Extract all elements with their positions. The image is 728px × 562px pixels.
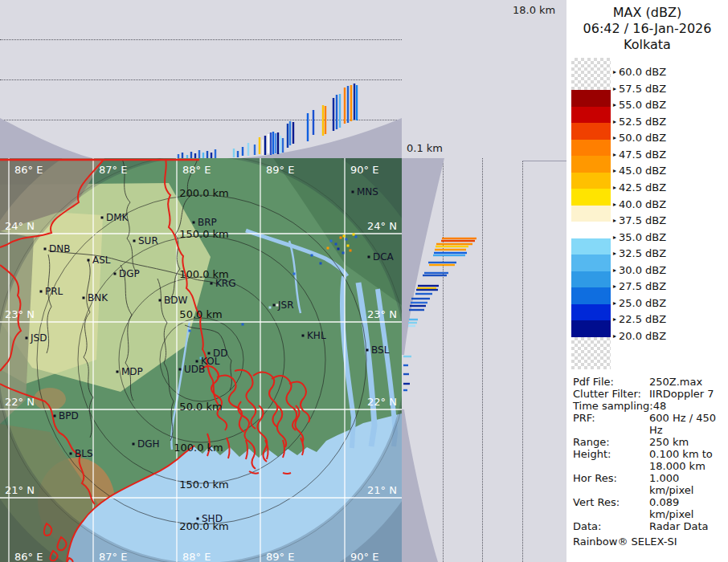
- city-marker: [83, 297, 85, 299]
- top-profile-canvas: [0, 0, 402, 158]
- scale-tick-icon: ▸: [613, 101, 616, 108]
- metadata-row: Height:0.100 km to 18.000 km: [573, 448, 726, 472]
- city-label: BNK: [88, 292, 108, 303]
- city-label: DNB: [49, 243, 70, 255]
- echo-height-bar: [433, 255, 465, 256]
- dbz-color-band: [571, 304, 611, 321]
- echo-height-bar: [237, 151, 239, 157]
- scale-tick-icon: ▸: [613, 184, 616, 191]
- city-label: JSD: [30, 332, 47, 344]
- dbz-scale-label: ▸47.5 dBZ: [613, 149, 666, 161]
- longitude-label: 86° E: [14, 551, 43, 562]
- radar-echo: [353, 234, 355, 236]
- radar-echo: [335, 243, 337, 246]
- city-marker: [114, 273, 117, 275]
- echo-height-bar: [441, 240, 475, 242]
- latitude-label: 23° N: [5, 308, 35, 320]
- dbz-color-band: [571, 90, 611, 107]
- echo-height-bar: [268, 134, 269, 153]
- echo-height-bar: [347, 86, 349, 123]
- echo-height-bar: [416, 289, 438, 291]
- radar-echo: [346, 238, 348, 241]
- latitude-label: 22° N: [5, 396, 35, 408]
- metadata-row: Clutter Filter:IIRDoppler 7: [573, 388, 726, 400]
- scale-tick-icon: ▸: [613, 85, 616, 92]
- panel-header: MAX (dBZ) 06:42 / 16-Jan-2026 Kolkata: [566, 5, 728, 53]
- dbz-color-band: [571, 140, 611, 157]
- city-label: BSL: [371, 344, 390, 356]
- echo-height-bar: [435, 249, 466, 250]
- latitude-label: 24° N: [5, 220, 35, 232]
- metadata-value: 600 Hz / 450 Hz: [649, 412, 726, 436]
- echo-height-bar: [409, 319, 418, 320]
- echo-height-bar: [409, 309, 424, 311]
- echo-height-bar: [442, 238, 476, 239]
- info-panel: MAX (dBZ) 06:42 / 16-Jan-2026 Kolkata ▸6…: [566, 0, 728, 562]
- city-marker: [366, 349, 369, 352]
- echo-height-bar: [436, 246, 468, 247]
- radar-echo: [350, 250, 352, 252]
- range-ring-label: 200.0 km: [179, 187, 229, 199]
- metadata-row: Vert Res:0.089 km/pixel: [573, 496, 726, 520]
- echo-height-bar: [307, 113, 309, 141]
- dbz-scale-label: ▸45.0 dBZ: [613, 165, 666, 177]
- echo-height-bar: [247, 143, 249, 156]
- city-marker: [368, 256, 370, 259]
- echo-height-bar: [408, 325, 415, 327]
- dbz-scale-label: ▸32.5 dBZ: [613, 248, 666, 259]
- radar-echo: [189, 330, 191, 332]
- echo-height-bar: [350, 85, 352, 121]
- metadata-row: Time sampling:48: [573, 400, 726, 412]
- echo-height-bar: [254, 145, 256, 155]
- echo-height-bar: [282, 138, 284, 153]
- dbz-color-scale: [571, 58, 611, 369]
- dbz-color-band: [571, 189, 611, 206]
- city-marker: [133, 240, 136, 242]
- radar-map: DMKBRPMNSSURDNBASLDGPKRGDCAPRLBNKBDWJSRJ…: [0, 158, 402, 562]
- radar-echo: [330, 240, 333, 242]
- city-label: BPD: [59, 410, 79, 422]
- range-ring-label: 150.0 km: [179, 479, 229, 491]
- radar-echo: [337, 248, 340, 250]
- echo-height-bar: [411, 298, 430, 299]
- echo-height-bar: [233, 149, 235, 157]
- echo-height-bar: [333, 98, 334, 131]
- metadata-label: Range:: [573, 436, 649, 448]
- dbz-color-band: [571, 156, 611, 173]
- dbz-color-band: [571, 222, 611, 238]
- dbz-scale-label: ▸35.0 dBZ: [613, 232, 666, 243]
- echo-height-bar: [215, 149, 216, 158]
- radar-echo: [269, 307, 272, 309]
- range-ring-label: 50.0 km: [179, 308, 222, 320]
- metadata-label: Vert Res:: [573, 496, 649, 520]
- echo-height-bar: [411, 302, 427, 303]
- echo-height-bar: [423, 275, 447, 276]
- metadata-row: Pdf File:250Z.max: [573, 376, 726, 388]
- city-marker: [208, 352, 211, 355]
- city-marker: [273, 304, 276, 307]
- echo-height-bar: [211, 153, 212, 158]
- city-marker: [133, 443, 135, 446]
- echo-height-bar: [403, 383, 410, 385]
- radar-echo: [293, 273, 296, 275]
- scale-tick-icon: ▸: [613, 250, 616, 257]
- city-label: DGH: [137, 438, 160, 450]
- metadata-label: Hor Res:: [573, 472, 649, 496]
- radar-echo: [242, 324, 244, 326]
- echo-height-bar: [325, 106, 326, 134]
- right-height-profile-strip: [402, 158, 566, 562]
- beam-shadow-wedge-left: [0, 118, 92, 158]
- echo-height-bar: [270, 132, 272, 155]
- longitude-label: 86° E: [14, 164, 43, 176]
- city-marker: [352, 191, 354, 193]
- echo-height-bar: [403, 364, 408, 366]
- radar-echo: [343, 235, 346, 238]
- metadata-value: IIRDoppler 7: [649, 388, 726, 400]
- scale-tick-icon: ▸: [613, 316, 616, 323]
- longitude-label: 90° E: [350, 551, 378, 562]
- dbz-scale-label: ▸37.5 dBZ: [613, 215, 666, 226]
- longitude-label: 88° E: [182, 164, 211, 176]
- station-name: Kolkata: [566, 37, 728, 53]
- echo-height-bar: [410, 305, 426, 307]
- dbz-color-band: [571, 107, 611, 124]
